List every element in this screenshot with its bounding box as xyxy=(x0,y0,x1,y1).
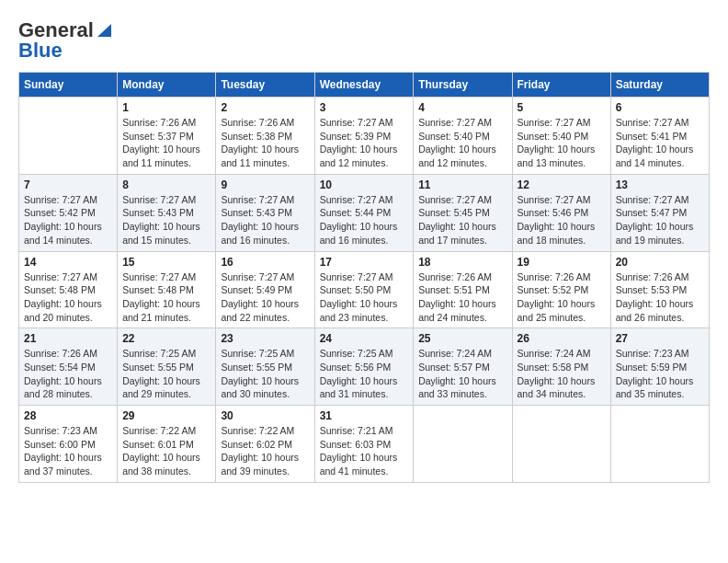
logo-blue-text: Blue xyxy=(18,39,63,63)
calendar-day-9: 9Sunrise: 7:27 AMSunset: 5:43 PMDaylight… xyxy=(216,174,314,251)
day-info: Sunrise: 7:27 AMSunset: 5:44 PMDaylight:… xyxy=(320,193,409,247)
calendar-day-10: 10Sunrise: 7:27 AMSunset: 5:44 PMDayligh… xyxy=(314,174,414,251)
weekday-thursday: Thursday xyxy=(414,73,512,98)
day-info: Sunrise: 7:27 AMSunset: 5:45 PMDaylight:… xyxy=(418,193,506,247)
calendar-day-22: 22Sunrise: 7:25 AMSunset: 5:55 PMDayligh… xyxy=(118,328,216,406)
day-info: Sunrise: 7:22 AMSunset: 6:02 PMDaylight:… xyxy=(221,424,309,478)
day-number: 18 xyxy=(418,256,506,269)
day-info: Sunrise: 7:27 AMSunset: 5:41 PMDaylight:… xyxy=(616,116,704,170)
day-info: Sunrise: 7:26 AMSunset: 5:38 PMDaylight:… xyxy=(221,116,309,170)
calendar-week-row: 7Sunrise: 7:27 AMSunset: 5:42 PMDaylight… xyxy=(19,174,710,251)
logo: General Blue xyxy=(18,18,111,63)
weekday-header-row: SundayMondayTuesdayWednesdayThursdayFrid… xyxy=(19,73,710,98)
calendar-day-26: 26Sunrise: 7:24 AMSunset: 5:58 PMDayligh… xyxy=(512,328,610,406)
day-info: Sunrise: 7:24 AMSunset: 5:58 PMDaylight:… xyxy=(518,347,606,401)
day-number: 28 xyxy=(24,409,112,422)
day-number: 31 xyxy=(320,409,409,422)
day-number: 16 xyxy=(221,256,309,269)
day-info: Sunrise: 7:27 AMSunset: 5:46 PMDaylight:… xyxy=(518,193,606,247)
day-number: 22 xyxy=(122,332,210,345)
day-number: 27 xyxy=(616,332,704,345)
day-info: Sunrise: 7:27 AMSunset: 5:43 PMDaylight:… xyxy=(122,193,210,247)
calendar-day-20: 20Sunrise: 7:26 AMSunset: 5:53 PMDayligh… xyxy=(610,251,709,328)
day-info: Sunrise: 7:27 AMSunset: 5:48 PMDaylight:… xyxy=(24,270,112,325)
day-info: Sunrise: 7:25 AMSunset: 5:55 PMDaylight:… xyxy=(122,347,210,401)
day-info: Sunrise: 7:23 AMSunset: 5:59 PMDaylight:… xyxy=(616,347,704,401)
calendar-day-4: 4Sunrise: 7:27 AMSunset: 5:40 PMDaylight… xyxy=(414,98,512,175)
day-number: 5 xyxy=(518,101,606,114)
day-number: 30 xyxy=(221,409,309,422)
calendar-day-12: 12Sunrise: 7:27 AMSunset: 5:46 PMDayligh… xyxy=(512,174,610,251)
day-info: Sunrise: 7:25 AMSunset: 5:55 PMDaylight:… xyxy=(221,347,309,401)
day-number: 3 xyxy=(320,101,409,114)
day-number: 8 xyxy=(122,178,210,191)
day-number: 26 xyxy=(518,332,606,345)
day-number: 1 xyxy=(122,101,210,114)
day-number: 20 xyxy=(616,256,704,269)
day-number: 13 xyxy=(616,178,704,191)
day-info: Sunrise: 7:27 AMSunset: 5:40 PMDaylight:… xyxy=(518,116,606,170)
calendar-day-28: 28Sunrise: 7:23 AMSunset: 6:00 PMDayligh… xyxy=(19,406,118,483)
day-number: 29 xyxy=(122,409,210,422)
calendar-day-8: 8Sunrise: 7:27 AMSunset: 5:43 PMDaylight… xyxy=(118,174,216,251)
calendar-day-29: 29Sunrise: 7:22 AMSunset: 6:01 PMDayligh… xyxy=(118,406,216,483)
empty-day-cell xyxy=(610,406,709,483)
calendar-day-14: 14Sunrise: 7:27 AMSunset: 5:48 PMDayligh… xyxy=(19,251,118,328)
day-info: Sunrise: 7:26 AMSunset: 5:52 PMDaylight:… xyxy=(518,270,606,325)
svg-marker-0 xyxy=(97,24,111,37)
day-number: 4 xyxy=(418,101,506,114)
day-info: Sunrise: 7:26 AMSunset: 5:51 PMDaylight:… xyxy=(418,270,506,325)
calendar-day-19: 19Sunrise: 7:26 AMSunset: 5:52 PMDayligh… xyxy=(512,251,610,328)
day-info: Sunrise: 7:27 AMSunset: 5:48 PMDaylight:… xyxy=(122,270,210,325)
day-number: 7 xyxy=(24,178,112,191)
day-number: 10 xyxy=(320,178,409,191)
day-number: 25 xyxy=(418,332,506,345)
calendar-day-2: 2Sunrise: 7:26 AMSunset: 5:38 PMDaylight… xyxy=(216,98,314,175)
calendar-day-3: 3Sunrise: 7:27 AMSunset: 5:39 PMDaylight… xyxy=(314,98,414,175)
day-number: 2 xyxy=(221,101,309,114)
calendar-day-21: 21Sunrise: 7:26 AMSunset: 5:54 PMDayligh… xyxy=(19,328,118,406)
day-info: Sunrise: 7:26 AMSunset: 5:54 PMDaylight:… xyxy=(24,347,112,401)
calendar-day-27: 27Sunrise: 7:23 AMSunset: 5:59 PMDayligh… xyxy=(610,328,709,406)
calendar-day-25: 25Sunrise: 7:24 AMSunset: 5:57 PMDayligh… xyxy=(414,328,512,406)
calendar-day-7: 7Sunrise: 7:27 AMSunset: 5:42 PMDaylight… xyxy=(19,174,118,251)
day-info: Sunrise: 7:23 AMSunset: 6:00 PMDaylight:… xyxy=(24,424,112,478)
calendar-day-17: 17Sunrise: 7:27 AMSunset: 5:50 PMDayligh… xyxy=(314,251,414,328)
day-number: 6 xyxy=(616,101,704,114)
day-number: 21 xyxy=(24,332,112,345)
calendar-day-30: 30Sunrise: 7:22 AMSunset: 6:02 PMDayligh… xyxy=(216,406,314,483)
logo-arrow-icon xyxy=(95,20,111,37)
calendar-week-row: 1Sunrise: 7:26 AMSunset: 5:37 PMDaylight… xyxy=(19,98,710,175)
calendar-day-5: 5Sunrise: 7:27 AMSunset: 5:40 PMDaylight… xyxy=(512,98,610,175)
weekday-monday: Monday xyxy=(118,73,216,98)
calendar-week-row: 28Sunrise: 7:23 AMSunset: 6:00 PMDayligh… xyxy=(19,406,710,483)
day-number: 9 xyxy=(221,178,309,191)
calendar-day-24: 24Sunrise: 7:25 AMSunset: 5:56 PMDayligh… xyxy=(314,328,414,406)
day-info: Sunrise: 7:24 AMSunset: 5:57 PMDaylight:… xyxy=(418,347,506,401)
day-info: Sunrise: 7:22 AMSunset: 6:01 PMDaylight:… xyxy=(122,424,210,478)
day-number: 11 xyxy=(418,178,506,191)
day-info: Sunrise: 7:21 AMSunset: 6:03 PMDaylight:… xyxy=(320,424,409,478)
day-number: 14 xyxy=(24,256,112,269)
day-info: Sunrise: 7:27 AMSunset: 5:47 PMDaylight:… xyxy=(616,193,704,247)
day-number: 15 xyxy=(122,256,210,269)
day-info: Sunrise: 7:27 AMSunset: 5:50 PMDaylight:… xyxy=(320,270,409,325)
day-info: Sunrise: 7:27 AMSunset: 5:42 PMDaylight:… xyxy=(24,193,112,247)
weekday-friday: Friday xyxy=(512,73,610,98)
weekday-wednesday: Wednesday xyxy=(314,73,414,98)
calendar-table: SundayMondayTuesdayWednesdayThursdayFrid… xyxy=(18,72,710,483)
weekday-sunday: Sunday xyxy=(19,73,118,98)
day-info: Sunrise: 7:27 AMSunset: 5:40 PMDaylight:… xyxy=(418,116,506,170)
calendar-day-1: 1Sunrise: 7:26 AMSunset: 5:37 PMDaylight… xyxy=(118,98,216,175)
calendar-day-31: 31Sunrise: 7:21 AMSunset: 6:03 PMDayligh… xyxy=(314,406,414,483)
weekday-tuesday: Tuesday xyxy=(216,73,314,98)
page-header: General Blue xyxy=(18,18,710,63)
empty-day-cell xyxy=(512,406,610,483)
day-info: Sunrise: 7:26 AMSunset: 5:53 PMDaylight:… xyxy=(616,270,704,325)
calendar-day-13: 13Sunrise: 7:27 AMSunset: 5:47 PMDayligh… xyxy=(610,174,709,251)
day-info: Sunrise: 7:27 AMSunset: 5:43 PMDaylight:… xyxy=(221,193,309,247)
calendar-day-18: 18Sunrise: 7:26 AMSunset: 5:51 PMDayligh… xyxy=(414,251,512,328)
calendar-week-row: 14Sunrise: 7:27 AMSunset: 5:48 PMDayligh… xyxy=(19,251,710,328)
calendar-day-6: 6Sunrise: 7:27 AMSunset: 5:41 PMDaylight… xyxy=(610,98,709,175)
empty-day-cell xyxy=(414,406,512,483)
